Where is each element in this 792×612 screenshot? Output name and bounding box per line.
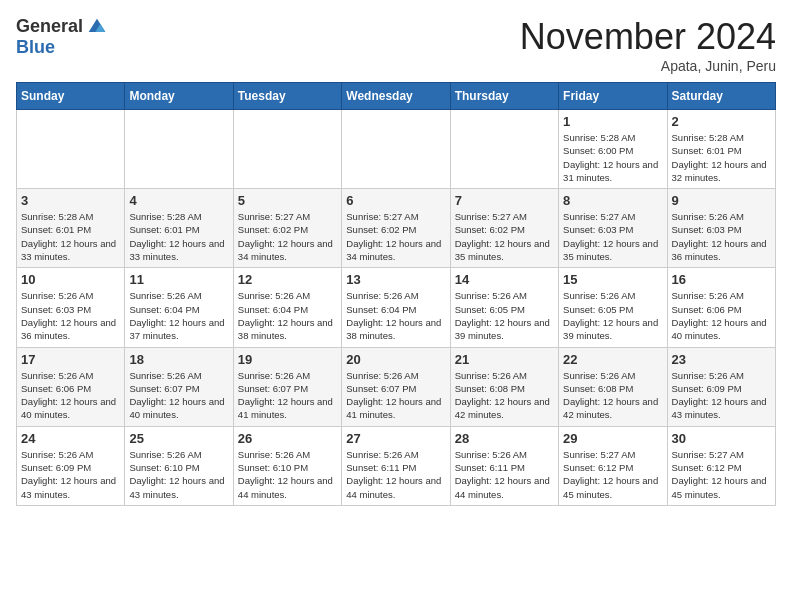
calendar-cell: 24Sunrise: 5:26 AM Sunset: 6:09 PM Dayli… bbox=[17, 426, 125, 505]
calendar-cell: 3Sunrise: 5:28 AM Sunset: 6:01 PM Daylig… bbox=[17, 189, 125, 268]
calendar-cell: 21Sunrise: 5:26 AM Sunset: 6:08 PM Dayli… bbox=[450, 347, 558, 426]
calendar-cell: 9Sunrise: 5:26 AM Sunset: 6:03 PM Daylig… bbox=[667, 189, 775, 268]
day-number: 30 bbox=[672, 431, 771, 446]
calendar-cell: 16Sunrise: 5:26 AM Sunset: 6:06 PM Dayli… bbox=[667, 268, 775, 347]
logo-icon bbox=[87, 17, 107, 37]
calendar-cell bbox=[233, 110, 341, 189]
logo-blue-text: Blue bbox=[16, 37, 55, 58]
month-title: November 2024 bbox=[520, 16, 776, 58]
calendar-cell: 12Sunrise: 5:26 AM Sunset: 6:04 PM Dayli… bbox=[233, 268, 341, 347]
day-info: Sunrise: 5:27 AM Sunset: 6:12 PM Dayligh… bbox=[563, 448, 662, 501]
calendar-cell: 30Sunrise: 5:27 AM Sunset: 6:12 PM Dayli… bbox=[667, 426, 775, 505]
calendar-cell: 10Sunrise: 5:26 AM Sunset: 6:03 PM Dayli… bbox=[17, 268, 125, 347]
calendar-cell: 28Sunrise: 5:26 AM Sunset: 6:11 PM Dayli… bbox=[450, 426, 558, 505]
day-number: 10 bbox=[21, 272, 120, 287]
day-info: Sunrise: 5:26 AM Sunset: 6:07 PM Dayligh… bbox=[238, 369, 337, 422]
calendar-cell bbox=[17, 110, 125, 189]
day-number: 27 bbox=[346, 431, 445, 446]
day-info: Sunrise: 5:26 AM Sunset: 6:04 PM Dayligh… bbox=[129, 289, 228, 342]
weekday-header-monday: Monday bbox=[125, 83, 233, 110]
calendar-cell bbox=[342, 110, 450, 189]
day-number: 18 bbox=[129, 352, 228, 367]
week-row-3: 10Sunrise: 5:26 AM Sunset: 6:03 PM Dayli… bbox=[17, 268, 776, 347]
calendar-cell: 4Sunrise: 5:28 AM Sunset: 6:01 PM Daylig… bbox=[125, 189, 233, 268]
calendar-cell: 13Sunrise: 5:26 AM Sunset: 6:04 PM Dayli… bbox=[342, 268, 450, 347]
calendar-cell: 23Sunrise: 5:26 AM Sunset: 6:09 PM Dayli… bbox=[667, 347, 775, 426]
day-number: 6 bbox=[346, 193, 445, 208]
day-info: Sunrise: 5:26 AM Sunset: 6:10 PM Dayligh… bbox=[129, 448, 228, 501]
day-number: 25 bbox=[129, 431, 228, 446]
day-number: 12 bbox=[238, 272, 337, 287]
day-info: Sunrise: 5:26 AM Sunset: 6:05 PM Dayligh… bbox=[563, 289, 662, 342]
weekday-header-saturday: Saturday bbox=[667, 83, 775, 110]
week-row-1: 1Sunrise: 5:28 AM Sunset: 6:00 PM Daylig… bbox=[17, 110, 776, 189]
week-row-4: 17Sunrise: 5:26 AM Sunset: 6:06 PM Dayli… bbox=[17, 347, 776, 426]
day-info: Sunrise: 5:26 AM Sunset: 6:04 PM Dayligh… bbox=[346, 289, 445, 342]
day-number: 23 bbox=[672, 352, 771, 367]
day-info: Sunrise: 5:26 AM Sunset: 6:09 PM Dayligh… bbox=[672, 369, 771, 422]
day-number: 26 bbox=[238, 431, 337, 446]
day-number: 11 bbox=[129, 272, 228, 287]
day-info: Sunrise: 5:28 AM Sunset: 6:01 PM Dayligh… bbox=[21, 210, 120, 263]
week-row-2: 3Sunrise: 5:28 AM Sunset: 6:01 PM Daylig… bbox=[17, 189, 776, 268]
calendar-cell: 17Sunrise: 5:26 AM Sunset: 6:06 PM Dayli… bbox=[17, 347, 125, 426]
day-info: Sunrise: 5:27 AM Sunset: 6:12 PM Dayligh… bbox=[672, 448, 771, 501]
calendar-cell: 26Sunrise: 5:26 AM Sunset: 6:10 PM Dayli… bbox=[233, 426, 341, 505]
weekday-header-tuesday: Tuesday bbox=[233, 83, 341, 110]
weekday-header-wednesday: Wednesday bbox=[342, 83, 450, 110]
day-number: 24 bbox=[21, 431, 120, 446]
day-number: 5 bbox=[238, 193, 337, 208]
calendar-cell: 8Sunrise: 5:27 AM Sunset: 6:03 PM Daylig… bbox=[559, 189, 667, 268]
calendar-cell: 19Sunrise: 5:26 AM Sunset: 6:07 PM Dayli… bbox=[233, 347, 341, 426]
day-info: Sunrise: 5:26 AM Sunset: 6:03 PM Dayligh… bbox=[21, 289, 120, 342]
calendar-cell bbox=[450, 110, 558, 189]
weekday-header-sunday: Sunday bbox=[17, 83, 125, 110]
page-header: General Blue November 2024 Apata, Junin,… bbox=[16, 16, 776, 74]
calendar-cell: 11Sunrise: 5:26 AM Sunset: 6:04 PM Dayli… bbox=[125, 268, 233, 347]
title-section: November 2024 Apata, Junin, Peru bbox=[520, 16, 776, 74]
day-info: Sunrise: 5:26 AM Sunset: 6:11 PM Dayligh… bbox=[455, 448, 554, 501]
day-info: Sunrise: 5:26 AM Sunset: 6:06 PM Dayligh… bbox=[21, 369, 120, 422]
day-info: Sunrise: 5:28 AM Sunset: 6:01 PM Dayligh… bbox=[129, 210, 228, 263]
day-number: 7 bbox=[455, 193, 554, 208]
logo: General Blue bbox=[16, 16, 107, 58]
calendar-cell: 18Sunrise: 5:26 AM Sunset: 6:07 PM Dayli… bbox=[125, 347, 233, 426]
day-number: 22 bbox=[563, 352, 662, 367]
day-info: Sunrise: 5:28 AM Sunset: 6:01 PM Dayligh… bbox=[672, 131, 771, 184]
day-info: Sunrise: 5:26 AM Sunset: 6:10 PM Dayligh… bbox=[238, 448, 337, 501]
day-info: Sunrise: 5:26 AM Sunset: 6:08 PM Dayligh… bbox=[455, 369, 554, 422]
logo-general-text: General bbox=[16, 16, 83, 37]
day-info: Sunrise: 5:26 AM Sunset: 6:04 PM Dayligh… bbox=[238, 289, 337, 342]
weekday-header-thursday: Thursday bbox=[450, 83, 558, 110]
day-info: Sunrise: 5:26 AM Sunset: 6:05 PM Dayligh… bbox=[455, 289, 554, 342]
day-info: Sunrise: 5:26 AM Sunset: 6:11 PM Dayligh… bbox=[346, 448, 445, 501]
calendar-cell: 14Sunrise: 5:26 AM Sunset: 6:05 PM Dayli… bbox=[450, 268, 558, 347]
day-info: Sunrise: 5:27 AM Sunset: 6:02 PM Dayligh… bbox=[455, 210, 554, 263]
day-number: 1 bbox=[563, 114, 662, 129]
calendar-cell: 7Sunrise: 5:27 AM Sunset: 6:02 PM Daylig… bbox=[450, 189, 558, 268]
day-info: Sunrise: 5:27 AM Sunset: 6:03 PM Dayligh… bbox=[563, 210, 662, 263]
day-number: 14 bbox=[455, 272, 554, 287]
day-info: Sunrise: 5:27 AM Sunset: 6:02 PM Dayligh… bbox=[346, 210, 445, 263]
calendar-cell: 22Sunrise: 5:26 AM Sunset: 6:08 PM Dayli… bbox=[559, 347, 667, 426]
calendar-cell: 20Sunrise: 5:26 AM Sunset: 6:07 PM Dayli… bbox=[342, 347, 450, 426]
day-number: 16 bbox=[672, 272, 771, 287]
calendar-cell: 27Sunrise: 5:26 AM Sunset: 6:11 PM Dayli… bbox=[342, 426, 450, 505]
day-number: 20 bbox=[346, 352, 445, 367]
day-info: Sunrise: 5:28 AM Sunset: 6:00 PM Dayligh… bbox=[563, 131, 662, 184]
day-info: Sunrise: 5:26 AM Sunset: 6:03 PM Dayligh… bbox=[672, 210, 771, 263]
calendar-table: SundayMondayTuesdayWednesdayThursdayFrid… bbox=[16, 82, 776, 506]
calendar-cell: 2Sunrise: 5:28 AM Sunset: 6:01 PM Daylig… bbox=[667, 110, 775, 189]
day-number: 3 bbox=[21, 193, 120, 208]
day-number: 17 bbox=[21, 352, 120, 367]
day-number: 15 bbox=[563, 272, 662, 287]
weekday-header-friday: Friday bbox=[559, 83, 667, 110]
day-number: 4 bbox=[129, 193, 228, 208]
day-info: Sunrise: 5:26 AM Sunset: 6:07 PM Dayligh… bbox=[129, 369, 228, 422]
day-number: 29 bbox=[563, 431, 662, 446]
day-number: 28 bbox=[455, 431, 554, 446]
day-info: Sunrise: 5:27 AM Sunset: 6:02 PM Dayligh… bbox=[238, 210, 337, 263]
day-info: Sunrise: 5:26 AM Sunset: 6:07 PM Dayligh… bbox=[346, 369, 445, 422]
day-info: Sunrise: 5:26 AM Sunset: 6:06 PM Dayligh… bbox=[672, 289, 771, 342]
day-info: Sunrise: 5:26 AM Sunset: 6:09 PM Dayligh… bbox=[21, 448, 120, 501]
